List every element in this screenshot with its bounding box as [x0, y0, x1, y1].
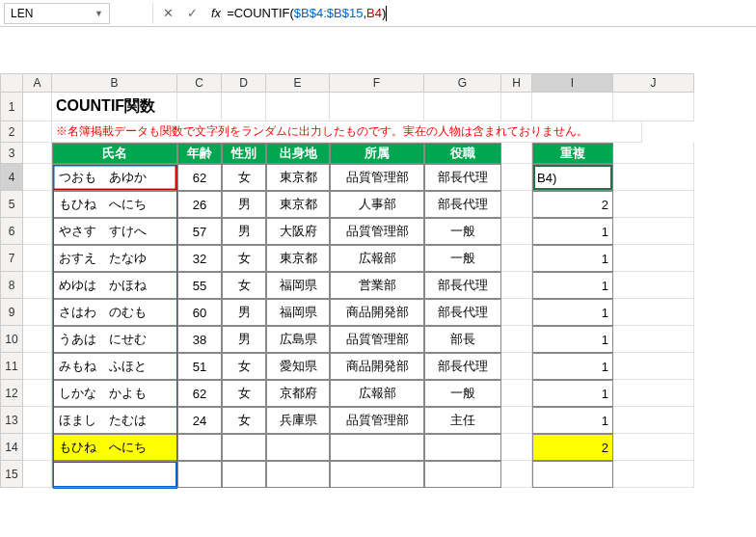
cell-dept[interactable]: 商品開発部	[330, 299, 424, 326]
cell-age[interactable]: 51	[177, 353, 222, 380]
cell-origin[interactable]: 愛知県	[266, 353, 330, 380]
cell-sex[interactable]: 女	[222, 353, 266, 380]
cell-dup[interactable]	[532, 461, 613, 488]
cell[interactable]	[330, 461, 424, 488]
cell[interactable]	[23, 143, 52, 164]
cell-origin[interactable]: 東京都	[266, 245, 330, 272]
cell-role[interactable]: 部長代理	[424, 353, 501, 380]
cell-age[interactable]: 38	[177, 326, 222, 353]
cell[interactable]	[501, 353, 532, 380]
cell-origin[interactable]: 京都府	[266, 380, 330, 407]
cell[interactable]	[424, 93, 501, 121]
cell[interactable]	[532, 93, 613, 121]
row-header-4[interactable]: 4	[0, 164, 23, 191]
cell[interactable]	[23, 218, 52, 245]
cell[interactable]	[501, 326, 532, 353]
col-header-J[interactable]: J	[613, 73, 694, 93]
cell[interactable]	[613, 326, 694, 353]
cell[interactable]	[266, 461, 330, 488]
cell-dup[interactable]: 2	[532, 434, 613, 461]
fx-icon[interactable]: fx	[211, 6, 221, 20]
row-header-8[interactable]: 8	[0, 272, 23, 299]
cell-role[interactable]: 主任	[424, 407, 501, 434]
row-header-6[interactable]: 6	[0, 218, 23, 245]
cell-sex[interactable]	[222, 434, 266, 461]
cell[interactable]	[613, 353, 694, 380]
formula-input[interactable]: fx =COUNTIF($B$4:$B$15,B4)	[211, 6, 387, 21]
cell[interactable]	[23, 245, 52, 272]
col-header-H[interactable]: H	[501, 73, 532, 93]
note-text[interactable]: ※名簿掲載データも関数で文字列をランダムに出力したものです。実在の人物は含まれて…	[52, 121, 642, 143]
cell-origin[interactable]: 兵庫県	[266, 407, 330, 434]
cell-role[interactable]: 部長代理	[424, 191, 501, 218]
cell-dup[interactable]: 2	[532, 191, 613, 218]
cell-age[interactable]: 62	[177, 164, 222, 191]
cell-origin[interactable]	[266, 434, 330, 461]
cell-dept[interactable]: 品質管理部	[330, 326, 424, 353]
cell-origin[interactable]: 広島県	[266, 326, 330, 353]
cell-age[interactable]: 62	[177, 380, 222, 407]
cell-dup[interactable]: 1	[532, 326, 613, 353]
header-dup[interactable]: 重複	[532, 143, 613, 164]
header-origin[interactable]: 出身地	[266, 143, 330, 164]
row-header-10[interactable]: 10	[0, 326, 23, 353]
cell-role[interactable]	[424, 434, 501, 461]
cell-sex[interactable]: 女	[222, 272, 266, 299]
cell[interactable]	[23, 164, 52, 191]
cell-name[interactable]: しかな かよも	[52, 380, 177, 407]
chevron-down-icon[interactable]: ▼	[94, 9, 103, 18]
cell-name[interactable]: やさす すけへ	[52, 218, 177, 245]
row-header-14[interactable]: 14	[0, 434, 23, 461]
cell[interactable]	[501, 380, 532, 407]
cell[interactable]	[613, 143, 694, 164]
col-header-E[interactable]: E	[266, 73, 330, 93]
header-sex[interactable]: 性別	[222, 143, 266, 164]
cell[interactable]	[23, 272, 52, 299]
col-header-D[interactable]: D	[222, 73, 266, 93]
cell[interactable]	[177, 461, 222, 488]
cell[interactable]	[501, 164, 532, 191]
cell-role[interactable]: 部長代理	[424, 164, 501, 191]
row-header-3[interactable]: 3	[0, 143, 23, 164]
col-header-B[interactable]: B	[52, 73, 177, 93]
cell-origin[interactable]: 東京都	[266, 164, 330, 191]
cell-name[interactable]: ほまし たむは	[52, 407, 177, 434]
cell-dup[interactable]: 1	[532, 380, 613, 407]
cell-sex[interactable]: 女	[222, 164, 266, 191]
cell-dept[interactable]: 人事部	[330, 191, 424, 218]
cell-dup[interactable]: 1	[532, 407, 613, 434]
cell-name[interactable]: もひね へにち	[52, 434, 177, 461]
row-header-11[interactable]: 11	[0, 353, 23, 380]
cell[interactable]	[501, 218, 532, 245]
header-dept[interactable]: 所属	[330, 143, 424, 164]
row-header-13[interactable]: 13	[0, 407, 23, 434]
col-header-C[interactable]: C	[177, 73, 222, 93]
cell[interactable]	[613, 407, 694, 434]
cell[interactable]	[23, 380, 52, 407]
cell[interactable]	[501, 143, 532, 164]
cell[interactable]	[501, 93, 532, 121]
cell-dept[interactable]: 広報部	[330, 380, 424, 407]
cell-age[interactable]: 57	[177, 218, 222, 245]
col-header-I[interactable]: I	[532, 73, 613, 93]
col-header-F[interactable]: F	[330, 73, 424, 93]
cell[interactable]	[23, 434, 52, 461]
cell-dept[interactable]	[330, 434, 424, 461]
row-header-7[interactable]: 7	[0, 245, 23, 272]
cell[interactable]	[613, 272, 694, 299]
cell-dup[interactable]: 1	[532, 299, 613, 326]
col-header-A[interactable]: A	[23, 73, 52, 93]
confirm-icon[interactable]: ✓	[187, 6, 198, 20]
cancel-icon[interactable]: ✕	[163, 6, 174, 20]
cell-age[interactable]: 32	[177, 245, 222, 272]
cell-dup[interactable]: 1	[532, 218, 613, 245]
cell[interactable]	[23, 326, 52, 353]
row-header-2[interactable]: 2	[0, 121, 23, 143]
cell-role[interactable]: 部長代理	[424, 299, 501, 326]
cell-name[interactable]: もひね へにち	[52, 191, 177, 218]
cell-age[interactable]: 55	[177, 272, 222, 299]
cell-dept[interactable]: 品質管理部	[330, 407, 424, 434]
cell-dept[interactable]: 営業部	[330, 272, 424, 299]
cell-role[interactable]: 部長	[424, 326, 501, 353]
cell[interactable]	[613, 245, 694, 272]
